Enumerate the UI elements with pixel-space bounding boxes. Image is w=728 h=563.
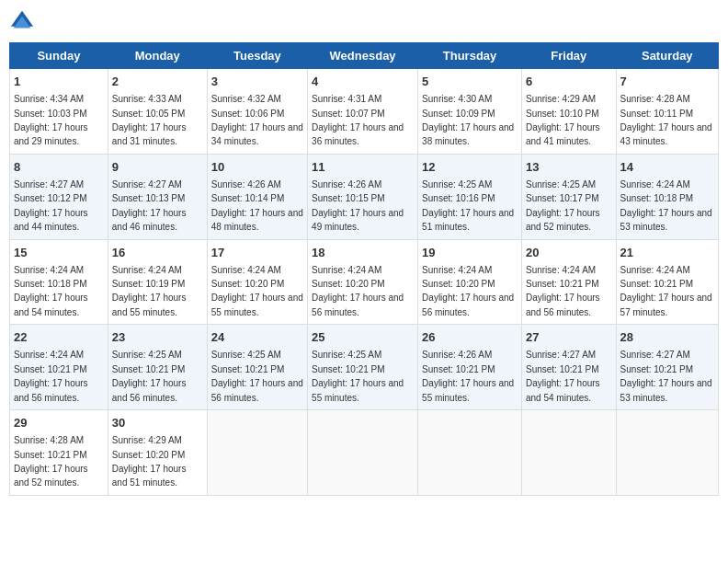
calendar-cell: 20 Sunrise: 4:24 AMSunset: 10:21 PMDayli…	[521, 239, 616, 325]
calendar-table: Sunday Monday Tuesday Wednesday Thursday…	[9, 42, 719, 496]
week-row: 22 Sunrise: 4:24 AMSunset: 10:21 PMDayli…	[10, 325, 719, 410]
calendar-cell: 21 Sunrise: 4:24 AMSunset: 10:21 PMDayli…	[616, 239, 718, 325]
calendar-cell: 26 Sunrise: 4:26 AMSunset: 10:21 PMDayli…	[418, 325, 522, 410]
day-number: 21	[620, 245, 714, 261]
day-number: 13	[526, 159, 612, 176]
calendar-cell: 5 Sunrise: 4:30 AMSunset: 10:09 PMDaylig…	[418, 69, 522, 155]
day-info: Sunrise: 4:31 AMSunset: 10:07 PMDaylight…	[312, 94, 404, 146]
calendar-cell	[521, 410, 616, 496]
calendar-cell: 23 Sunrise: 4:25 AMSunset: 10:21 PMDayli…	[108, 325, 207, 410]
calendar-cell	[207, 410, 307, 496]
calendar-cell: 24 Sunrise: 4:25 AMSunset: 10:21 PMDayli…	[207, 325, 307, 410]
day-number: 17	[211, 245, 303, 261]
day-info: Sunrise: 4:33 AMSunset: 10:05 PMDaylight…	[112, 94, 187, 146]
day-info: Sunrise: 4:27 AMSunset: 10:21 PMDaylight…	[526, 350, 600, 402]
day-info: Sunrise: 4:25 AMSunset: 10:21 PMDaylight…	[312, 350, 404, 402]
calendar-cell: 19 Sunrise: 4:24 AMSunset: 10:20 PMDayli…	[418, 239, 522, 325]
day-info: Sunrise: 4:29 AMSunset: 10:10 PMDaylight…	[526, 94, 600, 146]
week-row: 8 Sunrise: 4:27 AMSunset: 10:12 PMDaylig…	[10, 154, 719, 239]
day-info: Sunrise: 4:24 AMSunset: 10:21 PMDaylight…	[620, 265, 712, 317]
week-row: 29 Sunrise: 4:28 AMSunset: 10:21 PMDayli…	[10, 410, 719, 496]
calendar-cell: 18 Sunrise: 4:24 AMSunset: 10:20 PMDayli…	[308, 239, 418, 325]
calendar-cell	[616, 410, 718, 496]
calendar-cell: 29 Sunrise: 4:28 AMSunset: 10:21 PMDayli…	[10, 410, 108, 496]
day-number: 19	[422, 245, 518, 261]
calendar-container: Sunday Monday Tuesday Wednesday Thursday…	[9, 9, 719, 496]
day-info: Sunrise: 4:24 AMSunset: 10:21 PMDaylight…	[526, 265, 600, 317]
day-info: Sunrise: 4:24 AMSunset: 10:18 PMDaylight…	[14, 265, 88, 317]
col-wednesday: Wednesday	[308, 43, 418, 69]
day-info: Sunrise: 4:25 AMSunset: 10:21 PMDaylight…	[211, 350, 303, 402]
day-number: 22	[14, 329, 104, 346]
day-info: Sunrise: 4:25 AMSunset: 10:17 PMDaylight…	[526, 179, 600, 232]
col-saturday: Saturday	[616, 43, 718, 69]
calendar-cell: 13 Sunrise: 4:25 AMSunset: 10:17 PMDayli…	[521, 154, 616, 239]
day-info: Sunrise: 4:30 AMSunset: 10:09 PMDaylight…	[422, 94, 514, 146]
calendar-cell: 3 Sunrise: 4:32 AMSunset: 10:06 PMDaylig…	[207, 69, 307, 155]
day-number: 7	[620, 74, 714, 90]
day-number: 23	[112, 329, 203, 346]
col-sunday: Sunday	[10, 43, 108, 69]
day-number: 2	[112, 74, 203, 90]
calendar-cell: 4 Sunrise: 4:31 AMSunset: 10:07 PMDaylig…	[308, 69, 418, 155]
col-thursday: Thursday	[418, 43, 522, 69]
logo-icon	[9, 9, 35, 35]
day-info: Sunrise: 4:24 AMSunset: 10:19 PMDaylight…	[112, 265, 187, 317]
day-number: 28	[620, 329, 714, 346]
day-number: 16	[112, 245, 203, 261]
week-row: 1 Sunrise: 4:34 AMSunset: 10:03 PMDaylig…	[10, 69, 719, 155]
calendar-cell: 12 Sunrise: 4:25 AMSunset: 10:16 PMDayli…	[418, 154, 522, 239]
calendar-cell: 25 Sunrise: 4:25 AMSunset: 10:21 PMDayli…	[308, 325, 418, 410]
day-info: Sunrise: 4:27 AMSunset: 10:13 PMDaylight…	[112, 179, 187, 232]
day-number: 26	[422, 329, 518, 346]
day-number: 12	[422, 159, 518, 176]
day-info: Sunrise: 4:24 AMSunset: 10:21 PMDaylight…	[14, 350, 88, 402]
day-info: Sunrise: 4:27 AMSunset: 10:21 PMDaylight…	[620, 350, 712, 402]
calendar-cell: 17 Sunrise: 4:24 AMSunset: 10:20 PMDayli…	[207, 239, 307, 325]
calendar-cell: 27 Sunrise: 4:27 AMSunset: 10:21 PMDayli…	[521, 325, 616, 410]
day-number: 3	[211, 74, 303, 90]
calendar-cell: 16 Sunrise: 4:24 AMSunset: 10:19 PMDayli…	[108, 239, 207, 325]
day-number: 18	[312, 245, 414, 261]
day-info: Sunrise: 4:24 AMSunset: 10:18 PMDaylight…	[620, 179, 712, 232]
day-info: Sunrise: 4:24 AMSunset: 10:20 PMDaylight…	[422, 265, 514, 317]
calendar-cell	[308, 410, 418, 496]
day-number: 29	[14, 415, 104, 431]
day-number: 11	[312, 159, 414, 176]
day-number: 15	[14, 245, 104, 261]
week-row: 15 Sunrise: 4:24 AMSunset: 10:18 PMDayli…	[10, 239, 719, 325]
day-info: Sunrise: 4:25 AMSunset: 10:16 PMDaylight…	[422, 179, 514, 232]
day-number: 6	[526, 74, 612, 90]
header-row: Sunday Monday Tuesday Wednesday Thursday…	[10, 43, 719, 69]
day-info: Sunrise: 4:25 AMSunset: 10:21 PMDaylight…	[112, 350, 187, 402]
calendar-cell: 10 Sunrise: 4:26 AMSunset: 10:14 PMDayli…	[207, 154, 307, 239]
calendar-cell: 30 Sunrise: 4:29 AMSunset: 10:20 PMDayli…	[108, 410, 207, 496]
day-info: Sunrise: 4:26 AMSunset: 10:21 PMDaylight…	[422, 350, 514, 402]
calendar-cell: 9 Sunrise: 4:27 AMSunset: 10:13 PMDaylig…	[108, 154, 207, 239]
day-number: 14	[620, 159, 714, 176]
day-info: Sunrise: 4:29 AMSunset: 10:20 PMDaylight…	[112, 435, 187, 488]
day-info: Sunrise: 4:24 AMSunset: 10:20 PMDaylight…	[211, 265, 303, 317]
logo	[9, 9, 39, 35]
col-tuesday: Tuesday	[207, 43, 307, 69]
day-number: 1	[14, 74, 104, 90]
day-info: Sunrise: 4:24 AMSunset: 10:20 PMDaylight…	[312, 265, 404, 317]
calendar-cell: 7 Sunrise: 4:28 AMSunset: 10:11 PMDaylig…	[616, 69, 718, 155]
calendar-cell: 2 Sunrise: 4:33 AMSunset: 10:05 PMDaylig…	[108, 69, 207, 155]
day-info: Sunrise: 4:28 AMSunset: 10:11 PMDaylight…	[620, 94, 712, 146]
header	[9, 9, 719, 35]
calendar-cell	[418, 410, 522, 496]
day-number: 25	[312, 329, 414, 346]
day-number: 24	[211, 329, 303, 346]
calendar-cell: 8 Sunrise: 4:27 AMSunset: 10:12 PMDaylig…	[10, 154, 108, 239]
calendar-cell: 1 Sunrise: 4:34 AMSunset: 10:03 PMDaylig…	[10, 69, 108, 155]
day-number: 5	[422, 74, 518, 90]
calendar-cell: 14 Sunrise: 4:24 AMSunset: 10:18 PMDayli…	[616, 154, 718, 239]
calendar-cell: 15 Sunrise: 4:24 AMSunset: 10:18 PMDayli…	[10, 239, 108, 325]
day-number: 10	[211, 159, 303, 176]
day-info: Sunrise: 4:26 AMSunset: 10:15 PMDaylight…	[312, 179, 404, 232]
calendar-cell: 28 Sunrise: 4:27 AMSunset: 10:21 PMDayli…	[616, 325, 718, 410]
day-number: 20	[526, 245, 612, 261]
day-number: 30	[112, 415, 203, 431]
day-number: 4	[312, 74, 414, 90]
